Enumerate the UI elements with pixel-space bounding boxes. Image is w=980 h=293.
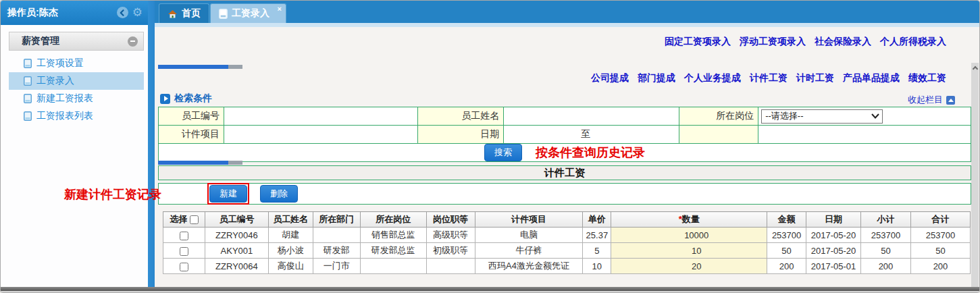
row-checkbox[interactable] — [180, 263, 188, 271]
cell-position — [360, 259, 426, 274]
collapse-panel-control[interactable]: 收起栏目 — [908, 94, 955, 106]
col-position: 所在岗位 — [360, 212, 426, 228]
delete-button[interactable]: 删除 — [260, 185, 298, 203]
chevron-down-icon — [871, 113, 879, 119]
cell-total: 50 — [910, 243, 970, 259]
sidebar-group-salary[interactable]: 薪资管理 — [9, 32, 144, 51]
collapse-group-icon[interactable] — [128, 36, 138, 47]
employee-name-input[interactable] — [504, 109, 672, 124]
cell-employee-name: 杨小波 — [268, 243, 313, 259]
vertical-scrollbar[interactable] — [971, 63, 979, 293]
link-floating-salary-entry[interactable]: 浮动工资项录入 — [740, 36, 806, 48]
sidebar-divider — [148, 1, 155, 287]
col-subtotal: 小计 — [861, 212, 911, 228]
main-area: 首页 工资录入 × 固定工资项录入 浮动工资项录入 社会保险录入 个人所得税录入… — [155, 1, 980, 287]
cell-grade — [426, 259, 475, 274]
link-company-commission[interactable]: 公司提成 — [591, 72, 629, 84]
col-quantity: *数量 — [611, 212, 767, 228]
sidebar-item-salary-item-setup[interactable]: 工资项设置 — [9, 55, 144, 72]
sidebar-item-new-salary-report[interactable]: 新建工资报表 — [9, 90, 144, 107]
tab-home[interactable]: 首页 — [159, 3, 209, 23]
position-select[interactable]: --请选择-- — [761, 109, 883, 124]
tab-label: 首页 — [182, 7, 201, 20]
close-tab-icon[interactable]: × — [278, 5, 282, 13]
sidebar-group-label: 薪资管理 — [22, 35, 59, 47]
link-performance-salary[interactable]: 绩效工资 — [908, 72, 946, 84]
row-checkbox[interactable] — [180, 232, 188, 240]
expand-icon[interactable] — [160, 94, 170, 104]
link-hourly-salary[interactable]: 计时工资 — [796, 72, 834, 84]
sidebar-item-label: 工资录入 — [36, 75, 74, 87]
document-icon — [24, 76, 32, 86]
new-button[interactable]: 新建 — [209, 185, 247, 203]
link-fixed-salary-entry[interactable]: 固定工资项录入 — [665, 36, 731, 48]
collapse-up-icon[interactable] — [946, 96, 955, 105]
app-window: 操作员:陈杰 ⚙ 薪资管理 工资项设置 工资录入 新建工资报 — [0, 0, 980, 293]
cell-subtotal: 200 — [861, 259, 911, 274]
table-header-row: 选择 员工编号 员工姓名 所在部门 所在岗位 岗位职等 计件项目 单价 *数量 … — [163, 212, 971, 228]
link-department-commission[interactable]: 部门提成 — [638, 72, 675, 84]
search-criteria-title: 检索条件 — [174, 92, 212, 105]
col-grade: 岗位职等 — [426, 212, 475, 228]
cell-employee-name: 胡建 — [268, 228, 313, 243]
link-social-insurance-entry[interactable]: 社会保险录入 — [815, 36, 871, 48]
toolbar-annotation: 新建计件工资记录 — [64, 186, 161, 203]
collapse-sidebar-icon[interactable] — [117, 7, 128, 18]
cell-department: 研发部 — [313, 243, 360, 259]
date-to-input[interactable] — [593, 127, 667, 142]
row-checkbox[interactable] — [180, 247, 188, 256]
sidebar-menu: 工资项设置 工资录入 新建工资报表 工资报表列表 — [9, 55, 144, 125]
document-icon — [24, 59, 32, 68]
horizontal-scrollbar[interactable] — [158, 161, 242, 165]
piece-rate-table: 选择 员工编号 员工姓名 所在部门 所在岗位 岗位职等 计件项目 单价 *数量 … — [163, 211, 971, 274]
cell-total: 200 — [910, 259, 970, 274]
col-amount: 金额 — [767, 212, 806, 228]
cell-department: 一门市 — [313, 259, 360, 274]
col-employee-name: 员工姓名 — [268, 212, 313, 228]
cell-date: 2017-05-20 — [806, 243, 861, 259]
employee-name-label: 员工姓名 — [418, 107, 504, 126]
cell-employee-name: 高俊山 — [268, 259, 313, 274]
col-date: 日期 — [806, 212, 861, 228]
sidebar-item-salary-entry[interactable]: 工资录入 — [9, 72, 144, 90]
cell-quantity-input[interactable]: 10 — [611, 243, 767, 259]
cell-grade: 初级职等 — [426, 243, 475, 259]
link-personal-business-commission[interactable]: 个人业务提成 — [684, 72, 741, 84]
cell-department — [313, 228, 360, 243]
cell-piece-item: 电脑 — [475, 228, 583, 243]
tab-bar: 首页 工资录入 × — [155, 1, 980, 23]
cell-employee-id: ZZRY0046 — [205, 228, 268, 243]
toolbar: 新建 删除 — [158, 183, 971, 205]
select-all-checkbox[interactable] — [190, 215, 199, 224]
cell-position: 研发部总监 — [360, 243, 426, 259]
sidebar: 操作员:陈杰 ⚙ 薪资管理 工资项设置 工资录入 新建工资报 — [1, 1, 148, 287]
link-piece-rate-salary[interactable]: 计件工资 — [750, 72, 788, 84]
cell-subtotal: 253700 — [861, 228, 911, 243]
sidebar-item-label: 新建工资报表 — [36, 92, 93, 105]
content: 固定工资项录入 浮动工资项录入 社会保险录入 个人所得税录入 公司提成 部门提成… — [155, 27, 980, 287]
cell-amount: 200 — [767, 259, 806, 274]
date-from-input[interactable] — [504, 127, 578, 142]
cell-piece-item: 西玛A4激光金额凭证 — [475, 259, 583, 274]
cell-grade: 高级职等 — [426, 228, 475, 243]
link-income-tax-entry[interactable]: 个人所得税录入 — [880, 36, 946, 48]
cell-quantity-input[interactable]: 10000 — [611, 228, 767, 243]
sidebar-item-salary-report-list[interactable]: 工资报表列表 — [9, 107, 144, 125]
empty-label-cell — [679, 126, 758, 144]
operator-label: 操作员:陈杰 — [7, 7, 58, 19]
cell-quantity-input[interactable]: 20 — [611, 259, 767, 274]
document-icon — [219, 9, 228, 19]
gear-icon[interactable]: ⚙ — [132, 7, 143, 18]
search-button[interactable]: 搜索 — [484, 144, 522, 161]
horizontal-scrollbar[interactable] — [158, 65, 242, 69]
tab-label: 工资录入 — [232, 7, 269, 20]
cell-date: 2017-05-20 — [806, 228, 861, 243]
document-icon — [24, 94, 32, 103]
link-product-unit-commission[interactable]: 产品单品提成 — [843, 72, 900, 84]
scroll-up-icon[interactable] — [972, 65, 978, 72]
table-row: ZZRY0046 胡建 销售部总监 高级职等 电脑 25.37 10000 25… — [163, 228, 971, 243]
col-select: 选择 — [170, 214, 187, 224]
tab-salary-entry[interactable]: 工资录入 × — [210, 3, 286, 23]
employee-id-input[interactable] — [224, 109, 410, 124]
piece-item-input[interactable] — [224, 127, 410, 142]
